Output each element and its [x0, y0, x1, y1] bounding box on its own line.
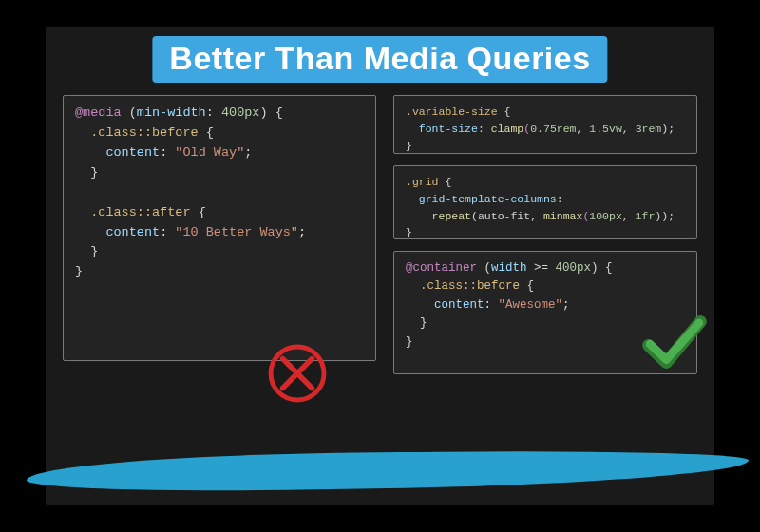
- cross-out-icon: [264, 340, 331, 407]
- code-box-clamp: .variable-size { font-size: clamp(0.75re…: [393, 95, 697, 154]
- code-box-media-query-old: @media (min-width: 400px) { .class::befo…: [63, 95, 376, 361]
- slide-canvas: Better Than Media Queries @media (min-wi…: [46, 27, 714, 505]
- code-keyword: @media: [75, 105, 122, 120]
- code-box-grid: .grid { grid-template-columns: repeat(au…: [393, 165, 697, 239]
- slide-title: Better Than Media Queries: [152, 36, 607, 83]
- checkmark-icon: [640, 308, 709, 376]
- decorative-brush-stroke: [27, 446, 749, 494]
